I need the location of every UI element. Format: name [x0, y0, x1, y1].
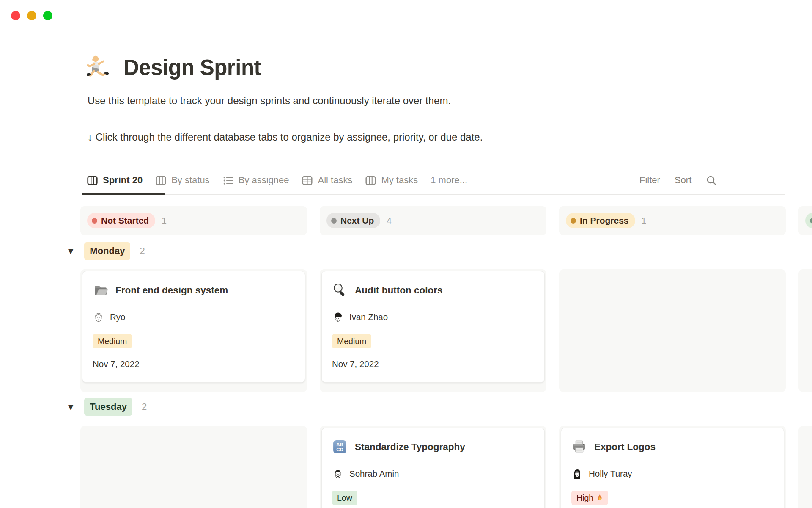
design-sprint-page: { "window": { "traffic_lights": [ { "nam…	[0, 0, 812, 508]
printer-icon	[571, 439, 587, 455]
task-card[interactable]: AB CD Standardize Typography Soh	[321, 428, 545, 508]
ryo-avatar	[93, 311, 104, 323]
task-card[interactable]: Front end design system Ryo Medium Nov	[82, 271, 305, 383]
task-card[interactable]: Audit button colors Ivan Zhao Medium Nov…	[321, 271, 545, 383]
runner-icon[interactable]	[87, 54, 114, 81]
view-actions: Filter Sort	[639, 169, 717, 191]
board-cell: Export Logos Holly Turay High	[559, 426, 786, 508]
traffic-light-zoom[interactable]	[43, 11, 52, 20]
status-pill[interactable]	[805, 213, 812, 228]
status-dot	[571, 218, 576, 224]
tabbar-divider	[82, 194, 785, 195]
tab-sprint-20[interactable]: Sprint 20	[87, 175, 143, 186]
page-description[interactable]: Use this template to track your design s…	[88, 95, 451, 107]
list-icon	[222, 175, 234, 186]
column-count: 4	[387, 215, 392, 226]
assignee-name: Sohrab Amin	[349, 469, 399, 479]
filter-button[interactable]: Filter	[639, 175, 660, 186]
priority-badge: Low	[332, 491, 357, 505]
active-tab-underline	[82, 193, 165, 195]
board-cell-empty	[80, 426, 307, 508]
tab-by-status[interactable]: By status	[155, 175, 209, 186]
group-count: 2	[142, 401, 147, 412]
priority-badge: Medium	[93, 334, 132, 348]
tab-all-tasks[interactable]: All tasks	[302, 175, 352, 186]
group-header-monday: ▼ Monday 2	[68, 242, 145, 260]
column-header-next-up: Next Up 4	[320, 206, 546, 235]
collapse-triangle-icon[interactable]: ▼	[68, 247, 73, 255]
status-pill[interactable]: In Progress	[566, 213, 635, 228]
tab-by-assignee[interactable]: By assignee	[222, 175, 289, 186]
status-dot	[331, 218, 337, 224]
page-hint[interactable]: ↓ Click through the different database t…	[88, 131, 483, 143]
task-card[interactable]: Export Logos Holly Turay High	[561, 428, 784, 508]
holly-avatar	[571, 468, 583, 480]
sort-button[interactable]: Sort	[675, 175, 691, 186]
group-badge[interactable]: Monday	[84, 242, 130, 260]
column-header-partial	[798, 206, 812, 235]
column-header-in-progress: In Progress 1	[559, 206, 786, 235]
board-icon	[87, 175, 98, 186]
due-date: Nov 7, 2022	[332, 359, 534, 369]
board-cell-empty	[798, 426, 812, 508]
card-title: Standardize Typography	[355, 442, 465, 453]
assignee-name: Holly Turay	[589, 469, 632, 479]
ivan-avatar	[332, 311, 344, 323]
window-controls	[11, 11, 52, 20]
svg-text:AB: AB	[336, 442, 343, 447]
flame-icon	[596, 494, 603, 502]
board-icon	[155, 175, 167, 186]
group-badge[interactable]: Tuesday	[84, 398, 132, 416]
group-count: 2	[140, 246, 145, 257]
status-pill[interactable]: Not Started	[87, 213, 155, 228]
status-dot	[810, 218, 812, 224]
collapse-triangle-icon[interactable]: ▼	[68, 403, 73, 411]
card-title: Front end design system	[115, 285, 228, 296]
group-header-tuesday: ▼ Tuesday 2	[68, 398, 147, 416]
abcd-icon: AB CD	[332, 439, 348, 455]
view-tabs: Sprint 20 By status By assignee All task…	[87, 169, 467, 191]
board-cell: AB CD Standardize Typography Soh	[320, 426, 546, 508]
tab-my-tasks[interactable]: My tasks	[365, 175, 418, 186]
board-cell: Audit button colors Ivan Zhao Medium Nov…	[320, 269, 546, 392]
tab-more[interactable]: 1 more...	[431, 175, 467, 186]
priority-badge: Medium	[332, 334, 371, 348]
column-count: 1	[162, 215, 167, 226]
board-cell-empty	[559, 269, 786, 392]
assignee-name: Ivan Zhao	[349, 312, 388, 322]
status-dot	[92, 218, 97, 224]
column-header-not-started: Not Started 1	[80, 206, 307, 235]
table-icon	[302, 175, 313, 186]
magnifier-icon	[332, 282, 348, 298]
board-cell-empty	[798, 269, 812, 392]
assignee-name: Ryo	[110, 312, 125, 322]
card-title: Export Logos	[594, 442, 656, 453]
priority-badge: High	[571, 491, 608, 505]
card-title: Audit button colors	[355, 285, 442, 296]
svg-text:CD: CD	[336, 447, 343, 452]
search-icon[interactable]	[706, 175, 717, 186]
page-title[interactable]: Design Sprint	[123, 55, 261, 80]
status-pill[interactable]: Next Up	[326, 213, 380, 228]
folder-icon	[93, 282, 108, 298]
due-date: Nov 7, 2022	[93, 359, 295, 369]
board-cell: Front end design system Ryo Medium Nov	[80, 269, 307, 392]
column-count: 1	[642, 215, 647, 226]
traffic-light-close[interactable]	[11, 11, 20, 20]
board-icon	[365, 175, 376, 186]
sohrab-avatar	[332, 468, 344, 480]
traffic-light-minimize[interactable]	[27, 11, 36, 20]
